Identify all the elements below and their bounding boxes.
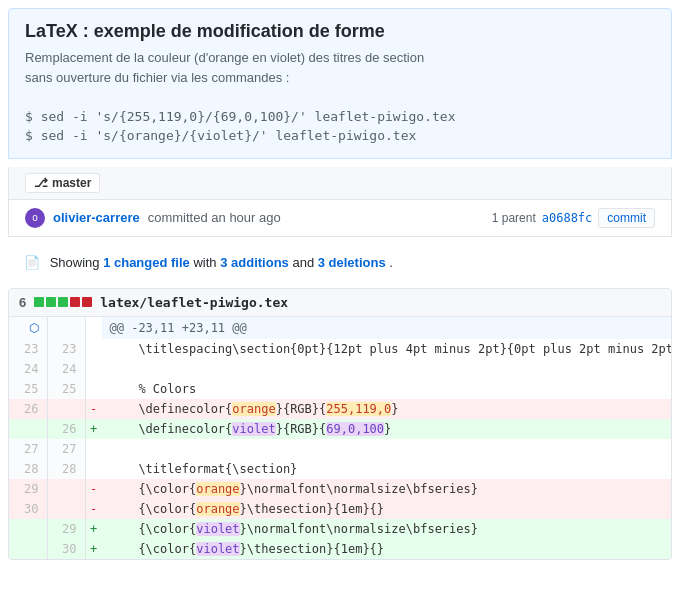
line-marker: - xyxy=(85,499,102,519)
table-row: 30 + {\color{violet}\thesection}{1em}{} xyxy=(9,539,672,559)
table-row: 26 - \definecolor{orange}{RGB}{255,119,0… xyxy=(9,399,672,419)
table-row: 29 + {\color{violet}\normalfont\normalsi… xyxy=(9,519,672,539)
line-num-old: 29 xyxy=(9,479,47,499)
hl-violet-val: 69,0,100 xyxy=(326,422,384,436)
line-num-new: 27 xyxy=(47,439,85,459)
hl-orange: orange xyxy=(232,402,275,416)
line-content: \titleformat{\section} xyxy=(102,459,673,479)
branch-badge[interactable]: ⎇ master xyxy=(25,173,100,193)
line-num-old: 26 xyxy=(9,399,47,419)
table-row: 27 27 xyxy=(9,439,672,459)
showing-bar: 📄 Showing 1 changed file with 3 addition… xyxy=(8,245,672,280)
showing-suffix: . xyxy=(389,255,393,270)
diff-stat-icons xyxy=(34,297,92,307)
line-marker xyxy=(85,339,102,359)
line-num-old: 27 xyxy=(9,439,47,459)
line-marker: - xyxy=(85,479,102,499)
line-content: \titlespacing\section{0pt}{12pt plus 4pt… xyxy=(102,339,673,359)
line-content: {\color{orange}\normalfont\normalsize\bf… xyxy=(102,479,673,499)
line-marker xyxy=(85,359,102,379)
stat-sq-4 xyxy=(70,297,80,307)
stat-sq-1 xyxy=(34,297,44,307)
stat-sq-5 xyxy=(82,297,92,307)
diff-container: 6 latex/leaflet-piwigo.tex ⬡ @@ -23,11 +… xyxy=(8,288,672,560)
line-num-new xyxy=(47,499,85,519)
commit-title: LaTeX : exemple de modification de forme xyxy=(25,21,655,42)
hunk-marker xyxy=(85,317,102,339)
line-num-old: 25 xyxy=(9,379,47,399)
commit-time: committed an hour ago xyxy=(148,210,281,225)
cmd1: $ sed -i 's/{255,119,0}/{69,0,100}/' lea… xyxy=(25,109,455,124)
line-content: {\color{violet}\thesection}{1em}{} xyxy=(102,539,673,559)
line-num-new: 25 xyxy=(47,379,85,399)
table-row: 28 28 \titleformat{\section} xyxy=(9,459,672,479)
additions-count: 3 additions xyxy=(220,255,289,270)
line-marker: + xyxy=(85,419,102,439)
line-content xyxy=(102,439,673,459)
deletions-count: 3 deletions xyxy=(318,255,386,270)
line-content: \definecolor{violet}{RGB}{69,0,100} xyxy=(102,419,673,439)
commit-desc-line2: sans ouverture du fichier via les comman… xyxy=(25,70,289,85)
hl-orange-2: orange xyxy=(196,482,239,496)
table-row: 23 23 \titlespacing\section{0pt}{12pt pl… xyxy=(9,339,672,359)
showing-label: Showing xyxy=(50,255,100,270)
line-num-old: 23 xyxy=(9,339,47,359)
parent-info: 1 parent a0688fc commit xyxy=(492,208,655,228)
file-icon: 📄 xyxy=(24,255,40,270)
table-row: 29 - {\color{orange}\normalfont\normalsi… xyxy=(9,479,672,499)
line-num-new xyxy=(47,479,85,499)
line-num-new: 23 xyxy=(47,339,85,359)
line-num-new xyxy=(47,399,85,419)
branch-icon: ⎇ xyxy=(34,176,48,190)
hl-violet: violet xyxy=(232,422,275,436)
line-marker: + xyxy=(85,519,102,539)
hl-orange-3: orange xyxy=(196,502,239,516)
table-row: 24 24 xyxy=(9,359,672,379)
commit-header: LaTeX : exemple de modification de forme… xyxy=(8,8,672,159)
diff-table: ⬡ @@ -23,11 +23,11 @@ 23 23 \titlespacin… xyxy=(9,317,672,559)
commit-desc: Remplacement de la couleur (d'orange en … xyxy=(25,48,655,146)
stat-sq-3 xyxy=(58,297,68,307)
line-num-new: 30 xyxy=(47,539,85,559)
line-content xyxy=(102,359,673,379)
commit-button[interactable]: commit xyxy=(598,208,655,228)
hunk-header-row: ⬡ @@ -23,11 +23,11 @@ xyxy=(9,317,672,339)
line-num-old: 24 xyxy=(9,359,47,379)
line-num-new: 29 xyxy=(47,519,85,539)
line-content: \definecolor{orange}{RGB}{255,119,0} xyxy=(102,399,673,419)
table-row: 25 25 % Colors xyxy=(9,379,672,399)
parent-hash[interactable]: a0688fc xyxy=(542,211,593,225)
line-num-old xyxy=(9,539,47,559)
table-row: 26 + \definecolor{violet}{RGB}{69,0,100} xyxy=(9,419,672,439)
diff-file-count: 6 xyxy=(19,295,26,310)
author-name[interactable]: olivier-carrere xyxy=(53,210,140,225)
line-marker xyxy=(85,459,102,479)
line-marker: + xyxy=(85,539,102,559)
cmd2: $ sed -i 's/{orange}/{violet}/' leaflet-… xyxy=(25,128,416,143)
diff-filename: latex/leaflet-piwigo.tex xyxy=(100,295,288,310)
expand-icon[interactable]: ⬡ xyxy=(29,321,39,335)
line-num-old xyxy=(9,519,47,539)
hl-violet-2: violet xyxy=(196,522,239,536)
hunk-header-content: @@ -23,11 +23,11 @@ xyxy=(102,317,673,339)
parent-label: 1 parent xyxy=(492,211,536,225)
line-num-old xyxy=(9,419,47,439)
hunk-num-left: ⬡ xyxy=(9,317,47,339)
line-marker xyxy=(85,439,102,459)
author-info: o olivier-carrere committed an hour ago xyxy=(25,208,281,228)
line-marker xyxy=(85,379,102,399)
hunk-num-right xyxy=(47,317,85,339)
commit-desc-line1: Remplacement de la couleur (d'orange en … xyxy=(25,50,424,65)
diff-file-header: 6 latex/leaflet-piwigo.tex xyxy=(9,289,671,317)
line-num-new: 26 xyxy=(47,419,85,439)
line-marker: - xyxy=(85,399,102,419)
branch-name: master xyxy=(52,176,91,190)
line-content: {\color{violet}\normalfont\normalsize\bf… xyxy=(102,519,673,539)
line-num-new: 24 xyxy=(47,359,85,379)
line-num-new: 28 xyxy=(47,459,85,479)
hl-orange-val: 255,119,0 xyxy=(326,402,391,416)
line-content: % Colors xyxy=(102,379,673,399)
line-content: {\color{orange}\thesection}{1em}{} xyxy=(102,499,673,519)
stat-sq-2 xyxy=(46,297,56,307)
line-num-old: 30 xyxy=(9,499,47,519)
